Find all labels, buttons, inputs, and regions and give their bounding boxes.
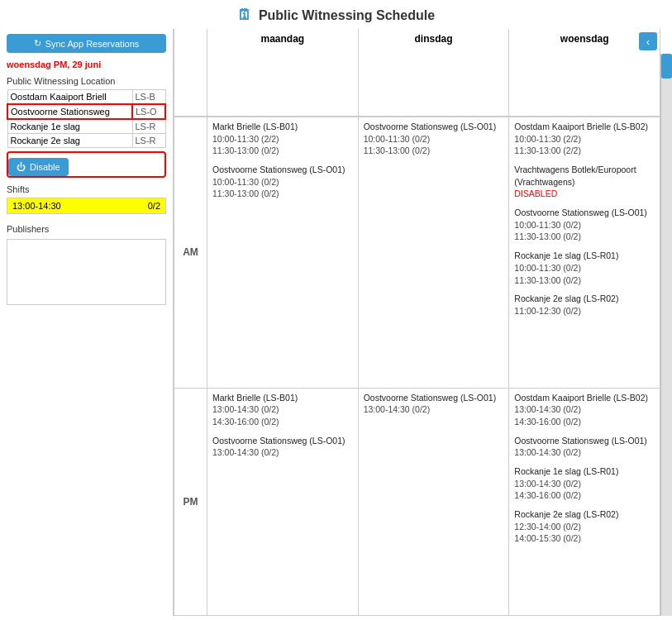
entry-time: 13:00-14:30 (0/2) bbox=[514, 403, 655, 416]
disable-button[interactable]: ⏻ Disable bbox=[8, 158, 69, 176]
am-woensdag-cell: Oostdam Kaaiport Brielle (LS-B02)10:00-1… bbox=[509, 117, 660, 389]
col-header-dinsdag: dinsdag bbox=[359, 29, 510, 117]
location-name: Oostdam Kaaiport Briell bbox=[7, 90, 132, 105]
entry-name: Oostvoorne Stationsweg (LS-O01) bbox=[364, 121, 504, 133]
entry-time: 11:30-13:00 (0/2) bbox=[212, 188, 353, 200]
am-label: AM bbox=[174, 117, 207, 389]
page-header: 🗓 Public Witnessing Schedule bbox=[0, 0, 672, 29]
entry-name: Oostvoorne Stationsweg (LS-O01) bbox=[514, 207, 655, 219]
entry-time: 10:00-11:30 (2/2) bbox=[514, 133, 655, 145]
schedule-entry: Oostvoorne Stationsweg (LS-O01)10:00-11:… bbox=[514, 207, 655, 243]
entry-time: 13:00-14:30 (0/2) bbox=[514, 446, 655, 459]
entry-time: 11:30-13:00 (0/2) bbox=[212, 145, 353, 157]
entry-time: 13:00-14:30 (0/2) bbox=[212, 403, 353, 416]
entry-disabled-label: DISABLED bbox=[514, 188, 655, 200]
pm-dinsdag-cell: Oostvoorne Stationsweg (LS-O01)13:00-14:… bbox=[359, 389, 510, 617]
shift-time: 13:00-14:30 bbox=[12, 201, 61, 211]
entry-time: 10:00-11:30 (2/2) bbox=[212, 133, 353, 145]
page-title: Public Witnessing Schedule bbox=[259, 8, 435, 23]
location-code: LS-O bbox=[132, 104, 165, 119]
sync-icon: ↻ bbox=[34, 38, 41, 49]
schedule-entry: Oostvoorne Stationsweg (LS-O01)13:00-14:… bbox=[212, 435, 353, 459]
entry-time: 10:00-11:30 (0/2) bbox=[212, 176, 353, 188]
am-dinsdag-cell: Oostvoorne Stationsweg (LS-O01)10:00-11:… bbox=[359, 117, 510, 389]
entry-time: 10:00-11:30 (0/2) bbox=[514, 262, 655, 274]
entry-name: Oostdam Kaaiport Brielle (LS-B02) bbox=[514, 392, 655, 404]
entry-time: 11:30-13:00 (0/2) bbox=[514, 231, 655, 243]
main-layout: ↻ Sync App Reservations woensdag PM, 29 … bbox=[0, 29, 672, 616]
pm-maandag-cell: Markt Brielle (LS-B01)13:00-14:30 (0/2)1… bbox=[207, 389, 359, 617]
schedule-entry: Rockanje 2e slag (LS-R02)12:30-14:00 (0/… bbox=[514, 508, 655, 545]
location-name: Rockanje 2e slag bbox=[7, 134, 132, 148]
entry-name: Oostvoorne Stationsweg (LS-O01) bbox=[514, 435, 655, 447]
schedule-grid: maandag dinsdag woensdag AM Markt Briell… bbox=[174, 29, 660, 616]
entry-time: 11:30-13:00 (0/2) bbox=[514, 274, 655, 287]
entry-name: Rockanje 2e slag (LS-R02) bbox=[514, 508, 655, 521]
col-header-woensdag: woensdag bbox=[509, 29, 660, 117]
location-row[interactable]: Rockanje 2e slagLS-R bbox=[7, 134, 165, 148]
schedule-entry: Oostvoorne Stationsweg (LS-O01)13:00-14:… bbox=[514, 435, 655, 459]
entry-time: 10:00-11:30 (0/2) bbox=[514, 219, 655, 231]
schedule-entry: Rockanje 1e slag (LS-R01)13:00-14:30 (0/… bbox=[514, 465, 655, 502]
schedule-entry: Rockanje 1e slag (LS-R01)10:00-11:30 (0/… bbox=[514, 250, 655, 286]
location-row[interactable]: Oostvoorne StationswegLS-O bbox=[7, 104, 165, 119]
entry-time: 14:30-16:00 (0/2) bbox=[514, 416, 655, 428]
location-section-title: Public Witnessing Location bbox=[7, 76, 166, 86]
entry-time: 13:00-14:30 (0/2) bbox=[212, 446, 353, 459]
schedule-entry: Oostvoorne Stationsweg (LS-O01)10:00-11:… bbox=[364, 121, 504, 157]
disable-button-wrapper: ⏻ Disable bbox=[7, 151, 166, 178]
entry-name: Rockanje 2e slag (LS-R02) bbox=[514, 293, 655, 305]
entry-name: Oostdam Kaaiport Brielle (LS-B02) bbox=[514, 121, 655, 133]
schedule-entry: Markt Brielle (LS-B01)10:00-11:30 (2/2)1… bbox=[212, 121, 353, 157]
publishers-box bbox=[7, 239, 166, 305]
entry-time: 10:00-11:30 (0/2) bbox=[364, 133, 504, 145]
schedule-entry: Oostdam Kaaiport Brielle (LS-B02)10:00-1… bbox=[514, 121, 655, 157]
location-row[interactable]: Oostdam Kaaiport BriellLS-B bbox=[7, 90, 165, 105]
entry-time: 13:00-14:30 (0/2) bbox=[364, 403, 504, 416]
date-label: woensdag PM, 29 juni bbox=[7, 60, 166, 69]
disable-button-label: Disable bbox=[30, 162, 60, 172]
schedule-area: ‹ maandag dinsdag woensdag AM Markt Brie… bbox=[174, 29, 672, 616]
entry-name: Rockanje 1e slag (LS-R01) bbox=[514, 465, 655, 478]
sync-button[interactable]: ↻ Sync App Reservations bbox=[7, 34, 166, 53]
col-header-maandag: maandag bbox=[207, 29, 359, 117]
sync-button-label: Sync App Reservations bbox=[45, 39, 140, 49]
calendar-icon: 🗓 bbox=[237, 7, 252, 24]
publishers-title: Publishers bbox=[7, 224, 166, 234]
entry-time: 14:30-16:00 (0/2) bbox=[212, 416, 353, 428]
schedule-entry: Oostdam Kaaiport Brielle (LS-B02)13:00-1… bbox=[514, 392, 655, 428]
schedule-entry: Rockanje 2e slag (LS-R02)11:00-12:30 (0/… bbox=[514, 293, 655, 317]
schedule-entry: Oostvoorne Stationsweg (LS-O01)10:00-11:… bbox=[212, 164, 353, 200]
scrollbar[interactable] bbox=[660, 54, 672, 616]
entry-time: 14:30-16:00 (0/2) bbox=[514, 489, 655, 502]
entry-name: Oostvoorne Stationsweg (LS-O01) bbox=[212, 435, 353, 447]
power-icon: ⏻ bbox=[17, 162, 26, 172]
location-code: LS-R bbox=[132, 119, 165, 134]
entry-time: 12:30-14:00 (0/2) bbox=[514, 521, 655, 533]
entry-name: Markt Brielle (LS-B01) bbox=[212, 392, 353, 404]
entry-time: 11:30-13:00 (0/2) bbox=[364, 145, 504, 157]
sidebar: ↻ Sync App Reservations woensdag PM, 29 … bbox=[0, 29, 174, 616]
shift-count: 0/2 bbox=[148, 201, 160, 211]
entry-time: 13:00-14:30 (0/2) bbox=[514, 478, 655, 490]
entry-name: Oostvoorne Stationsweg (LS-O01) bbox=[212, 164, 353, 176]
location-code: LS-B bbox=[132, 90, 165, 105]
entry-time: 11:00-12:30 (0/2) bbox=[514, 305, 655, 317]
location-table: Oostdam Kaaiport BriellLS-BOostvoorne St… bbox=[7, 89, 166, 148]
nav-back-button[interactable]: ‹ bbox=[639, 32, 657, 50]
shift-row[interactable]: 13:00-14:300/2 bbox=[7, 198, 166, 214]
location-code: LS-R bbox=[132, 134, 165, 148]
shifts-title: Shifts bbox=[7, 184, 166, 194]
shifts-container: 13:00-14:300/2 bbox=[7, 198, 166, 214]
schedule-entry: Vrachtwagens Botlek/Europoort (Vrachtwag… bbox=[514, 164, 655, 200]
entry-name: Vrachtwagens Botlek/Europoort (Vrachtwag… bbox=[514, 164, 655, 188]
entry-name: Oostvoorne Stationsweg (LS-O01) bbox=[364, 392, 504, 404]
pm-label: PM bbox=[174, 389, 207, 617]
entry-time: 14:00-15:30 (0/2) bbox=[514, 532, 655, 545]
entry-name: Markt Brielle (LS-B01) bbox=[212, 121, 353, 133]
location-row[interactable]: Rockanje 1e slagLS-R bbox=[7, 119, 165, 134]
entry-name: Rockanje 1e slag (LS-R01) bbox=[514, 250, 655, 262]
schedule-entry: Oostvoorne Stationsweg (LS-O01)13:00-14:… bbox=[364, 392, 504, 416]
scrollbar-thumb bbox=[661, 54, 672, 79]
location-name: Rockanje 1e slag bbox=[7, 119, 132, 134]
